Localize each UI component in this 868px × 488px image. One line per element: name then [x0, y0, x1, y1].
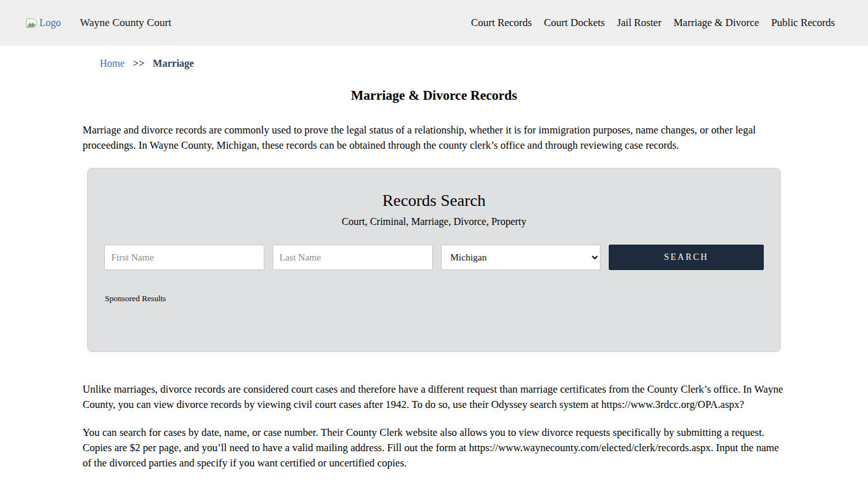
logo-alt-text: Logo [39, 17, 61, 29]
broken-image-icon [25, 18, 37, 29]
header: Logo Wayne County Court Court Records Co… [0, 0, 868, 46]
case-search-paragraph: You can search for cases by date, name, … [83, 425, 785, 471]
nav-item-jail-roster[interactable]: Jail Roster [617, 17, 661, 29]
search-button[interactable]: SEARCH [609, 245, 764, 270]
sponsored-results-label: Sponsored Results [105, 294, 764, 304]
records-search-form: Michigan SEARCH [104, 245, 764, 270]
breadcrumb-separator: >> [133, 58, 144, 69]
main-nav: Court Records Court Dockets Jail Roster … [471, 17, 835, 29]
nav-item-court-records[interactable]: Court Records [471, 17, 532, 29]
nav-item-marriage-divorce[interactable]: Marriage & Divorce [674, 17, 759, 29]
breadcrumb: Home >> Marriage [83, 58, 785, 69]
breadcrumb-home-link[interactable]: Home [100, 58, 125, 69]
last-name-input[interactable] [273, 245, 433, 270]
breadcrumb-current: Marriage [153, 58, 194, 69]
nav-item-public-records[interactable]: Public Records [771, 17, 835, 29]
logo-link[interactable]: Logo [25, 17, 61, 29]
intro-paragraph: Marriage and divorce records are commonl… [83, 123, 785, 153]
brand: Logo Wayne County Court [25, 17, 172, 29]
main-content: Home >> Marriage Marriage & Divorce Reco… [83, 58, 785, 471]
page-title: Marriage & Divorce Records [83, 88, 785, 104]
records-search-title: Records Search [104, 191, 764, 210]
records-search-panel: Records Search Court, Criminal, Marriage… [87, 168, 781, 352]
site-title: Wayne County Court [80, 17, 172, 29]
first-name-input[interactable] [104, 245, 264, 270]
nav-item-court-dockets[interactable]: Court Dockets [544, 17, 605, 29]
records-search-subtitle: Court, Criminal, Marriage, Divorce, Prop… [104, 216, 764, 227]
divorce-records-paragraph: Unlike marriages, divorce records are co… [83, 382, 785, 412]
state-select[interactable]: Michigan [441, 245, 601, 270]
